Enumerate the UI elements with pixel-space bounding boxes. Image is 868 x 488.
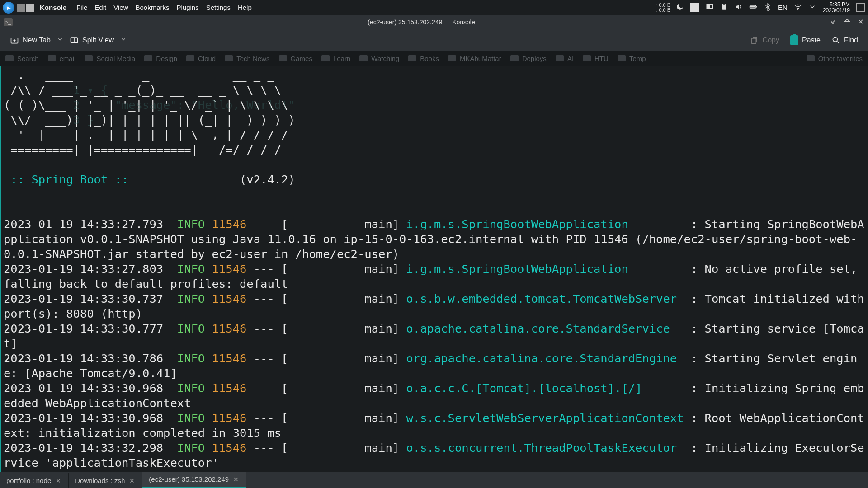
window-switcher-icon[interactable] — [17, 4, 34, 12]
terminal-tab[interactable]: portfolio : node✕ — [0, 473, 69, 488]
new-tab-button[interactable]: New Tab — [5, 33, 55, 47]
split-view-button[interactable]: Split View — [65, 33, 118, 47]
desktop-switch-icon[interactable] — [706, 3, 714, 13]
spring-ascii-banner: . ____ _ __ _ _ /\\ / ___'_ __ _ _(_)_ _… — [4, 68, 865, 157]
bookmark-label: HTU — [594, 55, 609, 62]
terminal-icon: >_ — [4, 18, 13, 26]
close-button[interactable] — [857, 18, 864, 27]
paste-icon — [790, 35, 798, 45]
bookmark-search[interactable]: Search — [5, 55, 39, 62]
bookmark-htu[interactable]: HTU — [583, 55, 609, 62]
folder-icon — [618, 55, 626, 61]
terminal-output[interactable]: . ____ _ __ _ _ /\\ / ___'_ __ _ _(_)_ _… — [0, 66, 868, 472]
folder-icon — [144, 55, 152, 61]
bookmark-mkabumattar[interactable]: MKAbuMattar — [448, 55, 501, 62]
bookmarks-bar: SearchemailSocial MediaDesignCloudTech N… — [0, 51, 868, 66]
menu-file[interactable]: File — [73, 4, 91, 11]
bookmark-label: Design — [156, 55, 177, 62]
system-tray: EN 5:35 PM 2023/01/19 — [676, 2, 865, 14]
chevron-down-icon[interactable] — [808, 3, 816, 13]
bluetooth-icon[interactable] — [764, 3, 772, 13]
bookmark-temp[interactable]: Temp — [618, 55, 646, 62]
folder-icon — [5, 55, 14, 61]
network-stats: ↑ 0.0 B ↓ 0.0 B — [655, 3, 670, 13]
menu-view[interactable]: View — [110, 4, 132, 11]
close-icon[interactable]: ✕ — [129, 477, 135, 484]
bookmark-label: Books — [420, 55, 439, 62]
find-button[interactable]: Find — [827, 33, 863, 47]
log-line: 2023-01-19 14:33:30.737 INFO 11546 --- [… — [4, 291, 865, 321]
bookmark-label: Cloud — [198, 55, 216, 62]
terminal-tab-bar: portfolio : node✕Downloads : zsh✕(ec2-us… — [0, 472, 868, 488]
menu-plugins[interactable]: Plugins — [173, 4, 203, 11]
folder-icon — [448, 55, 456, 61]
paste-label: Paste — [802, 36, 821, 44]
moon-icon[interactable] — [676, 3, 684, 13]
terminal-tab-label: (ec2-user) 35.153.202.249 — [149, 475, 229, 483]
menu-settings[interactable]: Settings — [203, 4, 234, 11]
bookmark-learn[interactable]: Learn — [321, 55, 350, 62]
bookmark-books[interactable]: Books — [408, 55, 439, 62]
menu-bookmarks[interactable]: Bookmarks — [132, 4, 173, 11]
log-line: 2023-01-19 14:33:30.786 INFO 11546 --- [… — [4, 351, 865, 381]
bookmark-cloud[interactable]: Cloud — [186, 55, 216, 62]
keyboard-layout[interactable]: EN — [778, 4, 788, 11]
svg-rect-1 — [707, 4, 710, 8]
svg-point-12 — [833, 37, 837, 42]
close-icon[interactable]: ✕ — [233, 476, 239, 483]
bookmark-deploys[interactable]: Deploys — [510, 55, 547, 62]
bookmark-label: email — [60, 55, 76, 62]
svg-rect-6 — [756, 6, 757, 7]
copy-button[interactable]: Copy — [745, 33, 784, 47]
bookmark-other-favorites[interactable]: Other favorites — [807, 55, 863, 62]
menu-help[interactable]: Help — [234, 4, 255, 11]
log-line: 2023-01-19 14:33:30.777 INFO 11546 --- [… — [4, 321, 865, 351]
show-desktop-icon[interactable] — [856, 3, 865, 12]
terminal-tab[interactable]: Downloads : zsh✕ — [69, 473, 142, 488]
new-tab-chevron-icon[interactable] — [57, 36, 63, 44]
bookmark-label: Games — [291, 55, 312, 62]
battery-icon[interactable] — [749, 3, 757, 13]
folder-icon — [279, 55, 287, 61]
svg-rect-2 — [722, 4, 726, 10]
paste-button[interactable]: Paste — [786, 33, 825, 48]
menu-edit[interactable]: Edit — [91, 4, 110, 11]
folder-icon — [510, 55, 519, 61]
svg-rect-3 — [723, 3, 726, 4]
bookmark-label: Search — [17, 55, 39, 62]
copy-label: Copy — [763, 36, 779, 44]
log-line: 2023-01-19 14:33:27.793 INFO 11546 --- [… — [4, 217, 865, 262]
app-name: Konsole — [40, 4, 66, 11]
new-tab-label: New Tab — [23, 36, 51, 44]
bookmark-watching[interactable]: Watching — [359, 55, 399, 62]
log-line: 2023-01-19 14:33:27.803 INFO 11546 --- [… — [4, 262, 865, 291]
volume-icon[interactable] — [735, 3, 743, 13]
bookmark-tech-news[interactable]: Tech News — [225, 55, 269, 62]
folder-icon — [48, 55, 56, 61]
split-view-label: Split View — [82, 36, 114, 44]
folder-icon — [186, 55, 194, 61]
svg-rect-5 — [750, 6, 755, 7]
bookmark-label: Watching — [371, 55, 399, 62]
split-view-chevron-icon[interactable] — [120, 36, 127, 44]
log-line: 2023-01-19 14:33:32.298 INFO 11546 --- [… — [4, 441, 865, 470]
tray-rect-icon[interactable] — [690, 3, 699, 12]
bookmark-label: Social Media — [96, 55, 135, 62]
app-launcher-icon[interactable]: ▸ — [3, 2, 14, 14]
bookmark-social-media[interactable]: Social Media — [85, 55, 135, 62]
minimize-button[interactable] — [830, 18, 837, 27]
clock[interactable]: 5:35 PM 2023/01/19 — [823, 2, 850, 14]
bookmark-games[interactable]: Games — [279, 55, 312, 62]
wifi-icon[interactable] — [794, 3, 802, 13]
clipboard-icon[interactable] — [720, 3, 728, 13]
maximize-button[interactable] — [844, 18, 851, 27]
bookmark-design[interactable]: Design — [144, 55, 177, 62]
bookmark-label: MKAbuMattar — [460, 55, 501, 62]
terminal-tab[interactable]: (ec2-user) 35.153.202.249✕ — [142, 472, 246, 488]
folder-icon — [583, 55, 591, 61]
terminal-tab-label: portfolio : node — [6, 477, 51, 484]
window-title-bar: >_ (ec2-user) 35.153.202.249 — Konsole — [0, 15, 868, 29]
close-icon[interactable]: ✕ — [56, 477, 61, 484]
bookmark-email[interactable]: email — [48, 55, 76, 62]
bookmark-ai[interactable]: AI — [556, 55, 574, 62]
